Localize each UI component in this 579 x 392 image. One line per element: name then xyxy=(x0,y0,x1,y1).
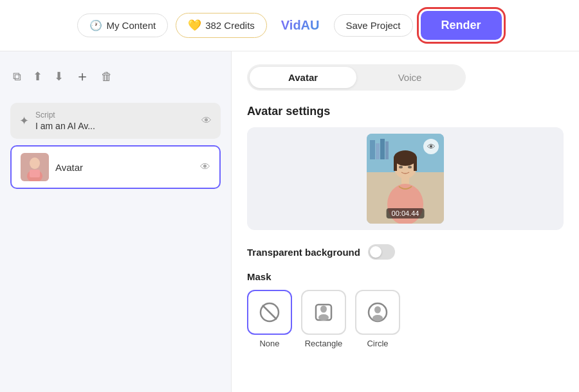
avatar-label: Avatar xyxy=(55,162,194,173)
render-button[interactable]: Render xyxy=(421,11,502,40)
mask-circle-icon xyxy=(367,301,389,323)
mask-circle-label: Circle xyxy=(367,339,388,348)
save-project-button[interactable]: Save Project xyxy=(334,14,413,37)
mask-none-box[interactable] xyxy=(247,290,292,335)
mask-none-label: None xyxy=(259,339,279,348)
svg-point-15 xyxy=(399,166,403,168)
svg-rect-13 xyxy=(394,158,397,171)
left-panel: ⧉ ⬆ ⬇ ＋ 🗑 ✦ Script I am an AI Av... 👁 xyxy=(0,51,232,392)
svg-point-22 xyxy=(320,306,327,313)
scene-title-label: I am an AI Av... xyxy=(35,121,195,131)
mask-rectangle-box[interactable] xyxy=(301,290,346,335)
gem-icon: 💛 xyxy=(188,19,201,32)
mask-title: Mask xyxy=(247,271,564,282)
header: 🕐 My Content 💛 382 Credits VidAU Save Pr… xyxy=(0,0,579,51)
avatar-thumbnail xyxy=(21,153,49,181)
mask-option-none[interactable]: None xyxy=(247,290,292,348)
transparent-bg-toggle[interactable] xyxy=(368,244,395,260)
script-eye-icon[interactable]: 👁 xyxy=(201,115,212,127)
toolbar: ⧉ ⬆ ⬇ ＋ 🗑 xyxy=(10,62,221,91)
clock-icon: 🕐 xyxy=(89,19,102,31)
align-icon[interactable]: ⬇ xyxy=(54,69,64,84)
mask-rectangle-icon xyxy=(313,301,335,323)
script-icon: ✦ xyxy=(19,114,29,128)
main-layout: ⧉ ⬆ ⬇ ＋ 🗑 ✦ Script I am an AI Av... 👁 xyxy=(0,51,579,392)
avatar-preview-card: 👁 00:04.44 xyxy=(367,134,444,224)
credits-button[interactable]: 💛 382 Credits xyxy=(176,13,267,38)
avatar-eye-icon[interactable]: 👁 xyxy=(200,161,210,173)
save-project-label: Save Project xyxy=(346,20,401,31)
render-label: Render xyxy=(441,19,481,31)
svg-rect-9 xyxy=(380,139,385,159)
my-content-label: My Content xyxy=(106,20,156,31)
mask-rectangle-label: Rectangle xyxy=(305,339,343,348)
svg-line-20 xyxy=(262,305,277,319)
svg-point-16 xyxy=(408,166,412,168)
avatar-preview-eye-icon[interactable]: 👁 xyxy=(423,139,439,154)
svg-point-23 xyxy=(318,314,329,321)
svg-rect-7 xyxy=(370,140,375,159)
mask-option-rectangle[interactable]: Rectangle xyxy=(301,290,346,348)
svg-rect-3 xyxy=(30,170,40,177)
svg-point-26 xyxy=(372,315,383,321)
avatar-item[interactable]: Avatar 👁 xyxy=(10,145,221,189)
add-icon[interactable]: ＋ xyxy=(75,67,89,86)
tab-avatar[interactable]: Avatar xyxy=(250,67,356,88)
mask-option-circle[interactable]: Circle xyxy=(355,290,400,348)
svg-point-12 xyxy=(394,150,417,166)
vidau-label: VidAU xyxy=(281,18,320,32)
script-info: Script I am an AI Av... xyxy=(35,111,195,131)
copy-icon[interactable]: ⧉ xyxy=(13,70,21,84)
transparent-bg-row: Transparent background xyxy=(247,244,564,260)
delete-icon[interactable]: 🗑 xyxy=(101,70,113,84)
script-item[interactable]: ✦ Script I am an AI Av... 👁 xyxy=(10,103,221,139)
svg-rect-8 xyxy=(376,143,380,159)
tab-bar: Avatar Voice xyxy=(247,64,466,91)
avatar-preview-area: 👁 00:04.44 xyxy=(247,127,564,230)
mask-circle-box[interactable] xyxy=(355,290,400,335)
svg-point-25 xyxy=(374,307,381,314)
avatar-thumb-svg xyxy=(21,153,49,181)
upload-icon[interactable]: ⬆ xyxy=(33,69,42,84)
mask-options: None Rectangle xyxy=(247,290,564,348)
tab-avatar-label: Avatar xyxy=(288,72,318,83)
scene-type-label: Script xyxy=(35,111,195,120)
my-content-button[interactable]: 🕐 My Content xyxy=(77,13,168,37)
avatar-timer: 00:04.44 xyxy=(387,208,425,218)
svg-point-1 xyxy=(30,157,40,169)
avatar-settings-title: Avatar settings xyxy=(247,105,564,118)
svg-rect-10 xyxy=(385,141,389,159)
tab-voice-label: Voice xyxy=(398,72,422,83)
vidau-button[interactable]: VidAU xyxy=(275,13,326,38)
credits-label: 382 Credits xyxy=(205,20,255,31)
mask-none-icon xyxy=(259,301,280,323)
right-panel: Avatar Voice Avatar settings xyxy=(232,51,579,392)
tab-voice[interactable]: Voice xyxy=(356,67,463,88)
transparent-bg-label: Transparent background xyxy=(247,247,360,258)
svg-rect-14 xyxy=(414,158,417,171)
